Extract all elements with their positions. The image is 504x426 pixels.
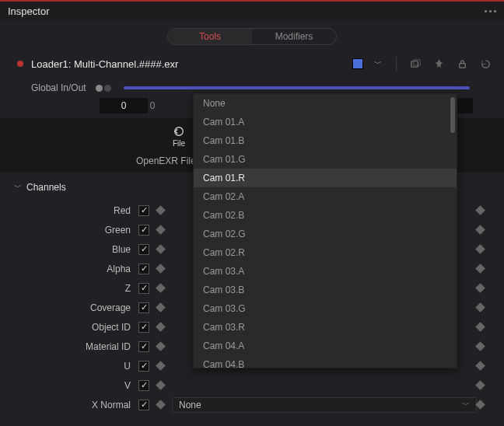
keyframe-diamond-icon[interactable] — [156, 225, 166, 235]
file-tab-label: File — [173, 139, 185, 148]
inspector-title: Inspector — [8, 5, 49, 17]
enable-dot-icon[interactable] — [17, 61, 23, 67]
svg-rect-1 — [413, 59, 419, 65]
lock-icon[interactable] — [454, 56, 470, 72]
global-range-slider[interactable] — [124, 86, 470, 89]
channel-checkbox[interactable] — [138, 322, 149, 333]
dropdown-option[interactable]: Cam 03.B — [194, 281, 457, 299]
channel-label: Material ID — [0, 341, 138, 352]
dropdown-option[interactable]: Cam 02.A — [194, 187, 457, 206]
dropdown-scrollbar[interactable] — [450, 97, 455, 133]
channel-label: Coverage — [0, 302, 138, 313]
tab-group: Tools Modifiers — [167, 28, 337, 45]
keyframe-diamond-icon[interactable] — [156, 264, 166, 274]
tab-tools[interactable]: Tools — [168, 29, 252, 44]
keyframe-diamond-icon[interactable] — [475, 361, 485, 371]
keyframe-diamond-icon[interactable] — [156, 302, 166, 313]
svg-rect-2 — [459, 63, 465, 68]
color-chevron-icon[interactable]: ﹀ — [371, 58, 385, 69]
dropdown-option[interactable]: Cam 03.G — [194, 299, 457, 318]
channel-label: Alpha — [0, 264, 138, 274]
panel-menu-icon[interactable] — [485, 10, 496, 12]
keyframe-diamond-icon[interactable] — [156, 205, 166, 215]
svg-point-3 — [175, 127, 184, 136]
channel-checkbox[interactable] — [138, 225, 149, 236]
keyframe-diamond-icon[interactable] — [475, 380, 485, 390]
channel-label: Red — [0, 205, 138, 216]
keyframe-diamond-icon[interactable] — [475, 400, 485, 410]
versions-icon[interactable] — [408, 56, 423, 72]
pin-icon[interactable] — [431, 56, 446, 72]
keyframe-diamond-icon[interactable] — [156, 361, 166, 371]
xnormal-label: X Normal — [0, 400, 138, 410]
keyframe-diamond-icon[interactable] — [156, 380, 166, 390]
dropdown-option[interactable]: Cam 04.B — [194, 355, 457, 374]
dropdown-option[interactable]: Cam 01.R — [194, 169, 457, 187]
keyframe-diamond-icon[interactable] — [475, 302, 485, 313]
tab-modifiers[interactable]: Modifiers — [252, 29, 336, 44]
channel-label: Blue — [0, 244, 138, 255]
global-in-out-label: Global In/Out — [31, 82, 86, 93]
xnormal-checkbox[interactable] — [138, 400, 149, 410]
keyframe-diamond-icon[interactable] — [156, 322, 166, 332]
channel-checkbox[interactable] — [138, 361, 149, 372]
xnormal-dropdown[interactable]: None ﹀ — [172, 397, 477, 413]
disclosure-chevron-icon: ﹀ — [14, 182, 22, 193]
dropdown-option[interactable]: Cam 02.B — [194, 206, 457, 225]
channel-checkbox[interactable] — [138, 380, 149, 391]
dropdown-option[interactable]: Cam 01.A — [194, 113, 457, 131]
dropdown-option[interactable]: Cam 03.R — [194, 318, 457, 337]
channel-label: U — [0, 361, 138, 372]
dropdown-option[interactable]: Cam 02.G — [194, 225, 457, 243]
reset-icon[interactable] — [478, 56, 493, 72]
channel-checkbox[interactable] — [138, 302, 149, 313]
keyframe-diamond-icon[interactable] — [156, 400, 166, 410]
tile-color-swatch[interactable] — [352, 58, 363, 69]
channels-label: Channels — [26, 182, 66, 193]
channel-checkbox[interactable] — [138, 264, 149, 274]
keyframe-diamond-icon[interactable] — [475, 264, 485, 274]
left-tick: 0 — [148, 100, 157, 111]
keyframe-diamond-icon[interactable] — [156, 341, 166, 351]
node-title: Loader1: Multi-Channel.####.exr — [31, 58, 345, 70]
keyframe-diamond-icon[interactable] — [475, 341, 485, 351]
channel-checkbox[interactable] — [138, 283, 149, 294]
keyframe-diamond-icon[interactable] — [475, 225, 485, 235]
channel-checkbox[interactable] — [138, 244, 149, 255]
file-tab-button[interactable]: File — [163, 126, 194, 148]
global-in-field[interactable]: 0 — [100, 98, 148, 113]
xnormal-value: None — [179, 400, 201, 410]
keyframe-diamond-icon[interactable] — [156, 244, 166, 254]
range-handles-icon[interactable] — [96, 85, 111, 92]
dropdown-option[interactable]: None — [194, 94, 457, 113]
keyframe-diamond-icon[interactable] — [475, 283, 485, 293]
keyframe-diamond-icon[interactable] — [475, 244, 485, 254]
keyframe-diamond-icon[interactable] — [475, 322, 485, 332]
channel-label: Object ID — [0, 322, 138, 333]
channel-checkbox[interactable] — [138, 341, 149, 352]
dropdown-option[interactable]: Cam 01.G — [194, 150, 457, 169]
channel-label: Green — [0, 225, 138, 236]
svg-rect-0 — [411, 61, 417, 67]
divider — [396, 57, 397, 71]
keyframe-diamond-icon[interactable] — [475, 205, 485, 215]
dropdown-option[interactable]: Cam 01.B — [194, 131, 457, 150]
keyframe-diamond-icon[interactable] — [156, 283, 166, 293]
dropdown-option[interactable]: Cam 02.R — [194, 243, 457, 262]
dropdown-option[interactable]: Cam 04.A — [194, 337, 457, 355]
chevron-down-icon: ﹀ — [462, 400, 470, 410]
channel-label: Z — [0, 283, 138, 294]
dropdown-option[interactable]: Cam 03.A — [194, 262, 457, 281]
channel-checkbox[interactable] — [138, 205, 149, 216]
channel-label: V — [0, 380, 138, 391]
